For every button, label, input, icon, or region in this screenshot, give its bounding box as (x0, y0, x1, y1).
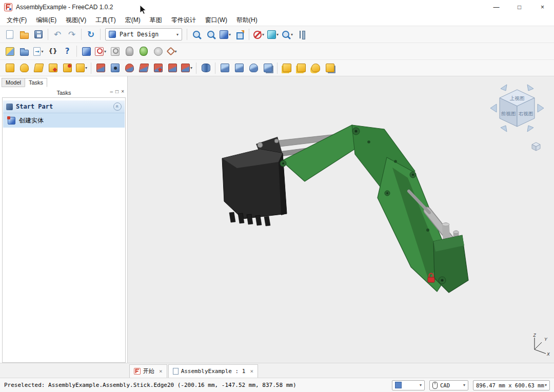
link-pin-2[interactable] (274, 139, 279, 143)
save-button[interactable] (32, 28, 45, 41)
revolution-button[interactable] (17, 61, 31, 75)
create-body-button[interactable] (80, 45, 93, 58)
make-link-button[interactable]: →▾ (32, 45, 45, 58)
dropdown-arrow-icon: ▾ (104, 49, 106, 54)
dock-tab-tasks[interactable]: Tasks (25, 78, 47, 87)
pocket-button[interactable] (94, 61, 107, 75)
menu-item-3[interactable]: 视图(V) (61, 15, 91, 26)
additive-helix-button[interactable] (61, 61, 74, 75)
status-color-selector[interactable]: ▾ (392, 380, 425, 390)
create-group-button[interactable] (17, 45, 31, 58)
pad-button[interactable] (3, 61, 16, 75)
dock-tab-model[interactable]: Model (2, 78, 25, 87)
dock-float-icon[interactable]: □ (115, 89, 118, 94)
navigation-style-selector[interactable]: CAD ▾ (429, 380, 468, 390)
boolean-common-button[interactable] (294, 61, 308, 75)
menu-item-8[interactable]: 窗口(W) (201, 15, 232, 26)
menu-item-9[interactable]: 帮助(H) (232, 15, 262, 26)
3d-viewport[interactable]: 上视图 前视图 右视图 Z Y X (127, 76, 554, 363)
refresh-button[interactable]: ↻ (84, 28, 97, 41)
subtractive-loft-button[interactable] (137, 61, 150, 75)
map-sketch-button[interactable] (123, 45, 136, 58)
subtractive-loft-icon (138, 64, 149, 72)
tab-close-icon[interactable]: × (250, 368, 253, 375)
boolean-union-button[interactable] (280, 61, 293, 75)
additive-primitive-button[interactable]: ▾ (75, 61, 88, 75)
navcube-right-arrow[interactable] (538, 104, 544, 112)
mirrored-button[interactable] (218, 61, 231, 75)
navcube-corner-arrow-1[interactable] (501, 126, 507, 132)
menu-item-7[interactable]: 零件设计 (167, 15, 201, 26)
create-sketch-icon (95, 47, 104, 56)
polar-pattern-button[interactable] (247, 61, 260, 75)
toolbar-separator (91, 63, 91, 74)
create-sketch-button[interactable]: ▾ (94, 45, 107, 58)
freecad-window: AssemblyExample - FreeCAD 1.0.2 — □ × 文件… (0, 0, 554, 392)
draw-style-button[interactable]: ▾ (252, 28, 265, 41)
fit-selection-button[interactable] (204, 28, 217, 41)
create-part-button[interactable] (3, 45, 16, 58)
open-file-button[interactable] (17, 28, 31, 41)
boolean-compound-button[interactable] (323, 61, 337, 75)
additive-pipe-button[interactable] (46, 61, 60, 75)
navcube-corner-arrow-2[interactable] (527, 126, 533, 132)
dock-minimize-icon[interactable]: – (110, 89, 113, 94)
close-button[interactable]: × (531, 0, 554, 14)
sync-view-button[interactable] (233, 28, 246, 41)
subtractive-primitive-button[interactable]: ▾ (180, 61, 193, 75)
dropdown-arrow-icon: ▾ (276, 32, 279, 37)
whats-this-button[interactable]: ? (61, 45, 74, 58)
subtractive-helix-button[interactable] (166, 61, 179, 75)
dock-close-icon[interactable]: × (121, 89, 124, 94)
create-datum-button[interactable]: ▾ (166, 45, 179, 58)
measure-button[interactable] (295, 28, 308, 41)
make-link-icon: → (33, 47, 41, 56)
toolbar-separator (48, 29, 48, 40)
workbench-selector[interactable]: Part Design▾ (105, 28, 182, 40)
link-pin-1[interactable] (258, 142, 263, 148)
fillet-button[interactable] (199, 61, 212, 75)
tab-close-icon[interactable]: × (159, 368, 163, 375)
start-part-section-header[interactable]: Start Part « (3, 100, 125, 113)
navcube-left-arrow[interactable] (490, 104, 497, 112)
sketch-face-button[interactable] (151, 45, 165, 58)
dropdown-arrow-icon: ▾ (291, 32, 293, 37)
navigation-cube[interactable]: 上视图 前视图 右视图 (486, 81, 548, 142)
maximize-button[interactable]: □ (508, 0, 531, 14)
zoom-button[interactable]: ▾ (281, 28, 294, 41)
undo-button[interactable]: ↶ (51, 28, 64, 41)
create-solid-task-item[interactable]: 创建实体 (3, 113, 125, 128)
toolbar-separator (249, 29, 249, 40)
subtractive-primitive-icon (181, 64, 190, 72)
groove-button[interactable] (123, 61, 136, 75)
linear-pattern-button[interactable] (232, 61, 246, 75)
hole-button[interactable] (108, 61, 122, 75)
additive-loft-button[interactable] (32, 61, 45, 75)
expression-editor-button[interactable]: {} (46, 45, 60, 58)
new-file-button[interactable] (3, 28, 16, 41)
fit-all-button[interactable] (190, 28, 203, 41)
subtractive-pipe-button[interactable] (151, 61, 165, 75)
create-part-icon (6, 47, 14, 56)
redo-button[interactable]: ↷ (65, 28, 78, 41)
navcube-rotate-right-arrow[interactable] (527, 85, 533, 91)
viewport-size-selector[interactable]: 896.47 mm x 600.63 mm ▾ (473, 380, 550, 390)
validate-sketch-button[interactable] (137, 45, 150, 58)
menu-item-1[interactable]: 文件(F) (2, 15, 31, 26)
edit-sketch-button[interactable] (108, 45, 122, 58)
navcube-mini-cube-icon[interactable] (531, 142, 541, 151)
new-file-icon (6, 30, 13, 39)
menu-item-2[interactable]: 编辑(E) (31, 15, 61, 26)
tab-start-page[interactable]: 开始 × (129, 364, 167, 378)
minimize-button[interactable]: — (485, 0, 508, 14)
navcube-rotate-left-arrow[interactable] (501, 85, 507, 91)
tab-assembly-example[interactable]: AssemblyExample : 1 × (168, 364, 258, 378)
menu-item-4[interactable]: 工具(T) (91, 15, 120, 26)
std-views-button[interactable]: ▾ (266, 28, 280, 41)
boolean-cut-button[interactable] (309, 61, 322, 75)
menu-item-6[interactable]: 草图 (145, 15, 167, 26)
view-isometric-button[interactable]: ▾ (219, 28, 232, 41)
multitransform-button[interactable] (261, 61, 274, 75)
workbench-icon (109, 31, 116, 38)
collapse-section-button[interactable]: « (113, 102, 122, 111)
